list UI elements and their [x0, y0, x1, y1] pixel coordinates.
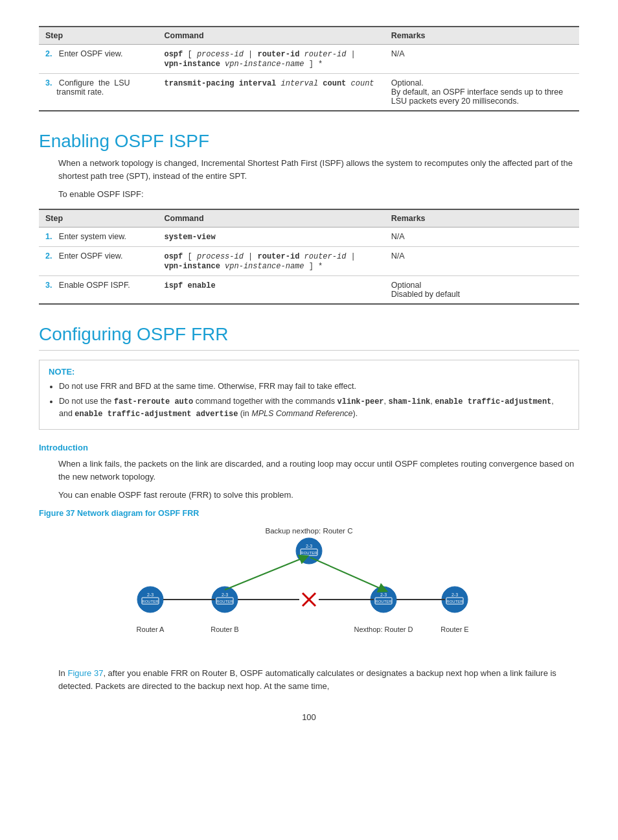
col-remarks: Remarks: [385, 27, 579, 45]
step-number: 2.: [45, 49, 52, 58]
svg-text:2-3: 2-3: [147, 592, 154, 597]
table-row: 1. Enter system view. system-view N/A: [39, 228, 579, 247]
ispf-body1: When a network topology is changed, Incr…: [58, 157, 579, 183]
frr-body1: When a link fails, the packets on the li…: [58, 458, 579, 484]
figure-network-diagram: Backup nexthop: Router C 2-3 ROUTER 2-3 …: [121, 522, 497, 658]
label-backup-nexthop: Backup nexthop: Router C: [266, 527, 353, 535]
ispf-body2: To enable OSPF ISPF:: [58, 188, 579, 201]
note-item-2: Do not use the fast-reroute auto command…: [59, 395, 569, 420]
label-router-e: Router E: [441, 625, 468, 633]
line-b-c: [225, 557, 304, 590]
step-number: 3.: [45, 281, 52, 290]
col-step: Step: [39, 27, 157, 45]
label-nexthop-d: Nexthop: Router D: [354, 625, 413, 633]
step-number: 1.: [45, 232, 52, 241]
frr-body2: You can enable OSPF fast reroute (FRR) t…: [58, 489, 579, 502]
table-row: 2. Enter OSPF view. ospf [ process-id | …: [39, 247, 579, 276]
svg-text:2-3: 2-3: [452, 592, 458, 597]
table-row: 3. Configure the LSU transmit rate. tran…: [39, 74, 579, 111]
table-lsu: Step Command Remarks 2. Enter OSPF view.…: [39, 26, 579, 111]
line-c-d: [310, 557, 383, 590]
router-a: 2-3 ROUTER: [137, 587, 163, 612]
note-box: NOTE: Do not use FRR and BFD at the same…: [39, 360, 579, 430]
col-command: Command: [157, 209, 384, 228]
step-number: 3.: [45, 78, 52, 88]
section-title-frr: Configuring OSPF FRR: [39, 324, 579, 345]
figure-37-link: Figure 37: [67, 668, 103, 678]
router-e: 2-3 ROUTER: [442, 587, 468, 612]
svg-text:ROUTER: ROUTER: [301, 551, 317, 555]
note-label: NOTE:: [49, 367, 569, 377]
svg-text:2-3: 2-3: [380, 592, 387, 597]
note-item-1: Do not use FRR and BFD at the same time.…: [59, 380, 569, 393]
section-title-ispf: Enabling OSPF ISPF: [39, 131, 579, 152]
svg-text:ROUTER: ROUTER: [142, 600, 159, 603]
section-rule: [39, 350, 579, 351]
network-svg: Backup nexthop: Router C 2-3 ROUTER 2-3 …: [121, 522, 497, 658]
col-command: Command: [157, 27, 384, 45]
router-b: 2-3 ROUTER: [212, 587, 238, 612]
step-number: 2.: [45, 251, 52, 261]
router-c: 2-3 ROUTER: [296, 538, 322, 564]
svg-text:ROUTER: ROUTER: [375, 600, 392, 603]
svg-text:ROUTER: ROUTER: [216, 600, 233, 603]
table-row: 3. Enable OSPF ISPF. ispf enable Optiona…: [39, 276, 579, 305]
frr-body3: In Figure 37, after you enable FRR on Ro…: [58, 667, 579, 693]
table-ispf: Step Command Remarks 1. Enter system vie…: [39, 209, 579, 305]
label-router-a: Router A: [137, 625, 165, 633]
subsection-title-intro: Introduction: [39, 443, 579, 452]
cmd-text: ospf: [164, 50, 183, 59]
col-remarks: Remarks: [385, 209, 579, 228]
svg-text:ROUTER: ROUTER: [446, 600, 463, 603]
table-row: 2. Enter OSPF view. ospf [ process-id | …: [39, 45, 579, 74]
svg-text:2-3: 2-3: [222, 592, 228, 597]
svg-text:2-3: 2-3: [306, 544, 312, 548]
page-number: 100: [39, 712, 579, 722]
label-router-b: Router B: [211, 625, 238, 633]
figure-caption: Figure 37 Network diagram for OSPF FRR: [39, 509, 579, 518]
col-step: Step: [39, 209, 157, 228]
router-d: 2-3 ROUTER: [371, 587, 396, 612]
